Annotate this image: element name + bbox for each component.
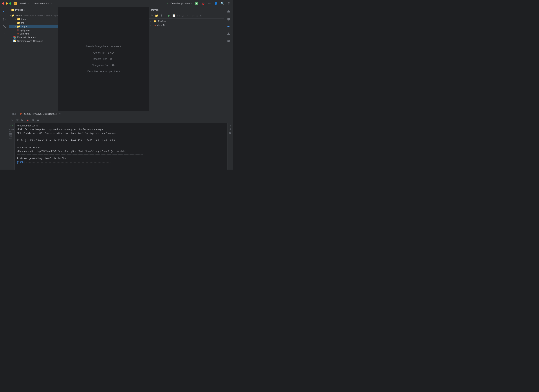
content-area: 📁 Project › ▾ 📁 demo3 ~/Desktop/CS/JavaE… [9,7,233,170]
hint-label-recent: Recent Files [93,57,107,60]
tree-label-external: External Libraries [17,36,36,39]
console-output[interactable]: Recommendations: HEAP: Set max heap for … [15,123,227,170]
maven-letter-icon: m [227,25,230,28]
tree-label-target: target [21,25,27,28]
hint-label-goto: Go to File [93,51,105,54]
folder-icon: 📁 [11,9,14,11]
tree-item-external-libraries[interactable]: › 📚 External Libraries [9,35,58,39]
project-header-label: Project [15,9,23,11]
tree-item-gitignore[interactable]: ⊘ .gitignore [9,28,58,32]
run-resume-btn[interactable]: ▶ [21,118,25,122]
file-tree: ▾ 📁 demo3 ~/Desktop/CS/JavaEE/5 Java Spr… [9,13,58,111]
tree-item-target[interactable]: › 📁 target [9,25,58,28]
main-layout: ··· 📁 Project › ▾ 📁 demo3 ~/Desktop/CS/J… [0,7,233,170]
tree-item-demo3-root[interactable]: ▾ 📁 demo3 ~/Desktop/CS/JavaEE/5 Java Spr… [9,14,58,17]
maven-arrow-demo3: › [150,24,153,26]
tree-arrow-external: › [10,36,13,38]
scratches-icon: 📝 [13,39,16,42]
tab-demo3-run[interactable]: m demo3 [-Pnative,-DskipTests...] ✕ [18,111,63,117]
tree-item-pom[interactable]: m pom.xml [9,32,58,35]
maven-refresh-btn[interactable]: ↻ [150,14,154,18]
maven-settings-btn[interactable]: ⚙ [200,14,203,18]
right-icon-contacts[interactable] [225,30,232,37]
file-tree-panel: 📁 Project › ▾ 📁 demo3 ~/Desktop/CS/JavaE… [9,7,58,111]
run-tab-label: Run [12,113,17,115]
close-button[interactable] [2,2,5,5]
settings-icon[interactable]: ⚙ [228,1,231,5]
tree-label-demo3: demo3 [15,14,22,17]
tab-run-label[interactable]: Run [10,111,18,117]
maven-lifecycle-btn[interactable]: 📋 [172,14,176,18]
run-stop-btn[interactable]: ■ [26,118,30,122]
maven-add-btn[interactable]: + [164,14,167,18]
run-restart-btn[interactable]: ↻ [10,118,14,122]
run-coverage-btn[interactable]: 👁 [31,118,35,122]
run-more1-btn[interactable]: ⬚ [41,118,45,122]
run-button[interactable] [195,2,198,5]
tree-path-demo3: ~/Desktop/CS/JavaEE/5 Java SpringBoot/Co… [24,14,58,17]
maximize-button[interactable] [9,2,11,5]
svg-rect-3 [3,11,6,11]
hint-label-drop: Drop files here to open them [87,70,120,73]
maven-item-demo3[interactable]: › m demo3 [149,23,224,27]
console-line-produced: Produced artifacts: [17,146,225,150]
right-icon-database[interactable] [225,16,232,22]
maven-separator [190,14,190,17]
account-icon[interactable]: 👤 [214,1,218,5]
panel-close-icon[interactable]: — [229,112,231,116]
svg-point-4 [3,18,4,19]
version-control-label[interactable]: Version control [34,2,49,5]
minimize-button[interactable] [6,2,8,5]
console-line-gc: 12.0s (11.9% of total time) in 124 GCs |… [17,139,225,142]
run-dump-btn[interactable]: ⏏ [36,118,40,122]
run-tab-demo3-label: demo3 [-Pnative,-DskipTests...] [24,113,57,115]
maven-skip-btn[interactable]: ⬚ [177,14,180,18]
tree-label-pom: pom.xml [20,32,29,35]
tree-arrow-target: › [14,25,17,28]
console-line-cpu: CPU: Enable more CPU features with '-mar… [17,132,225,135]
debug-button[interactable]: 🐞 [201,2,205,5]
tab-close-icon[interactable]: ✕ [59,113,61,115]
run-rerun-btn[interactable]: ⟳ [15,118,19,122]
console-line-sep1: ----------------------------------------… [17,135,225,139]
panel-more-icon[interactable]: ⋯ [225,112,228,116]
maven-cancel-btn[interactable]: ⊘ [181,14,184,18]
sidebar-icon-project[interactable] [1,9,8,15]
hint-key-goto: ⇧⌘O [107,51,114,54]
sidebar-icon-vcs[interactable] [1,16,8,22]
maven-close-btn[interactable]: ✕ [186,14,189,18]
svg-point-5 [3,20,4,21]
svg-rect-11 [5,27,6,28]
project-name[interactable]: demo3 [19,2,26,5]
project-badge: D [14,2,17,5]
run-options-btn[interactable]: ⋯ [46,118,50,122]
tree-item-src[interactable]: › 📁 src [9,21,58,25]
maven-folder-btn[interactable]: 📁 [154,14,159,18]
console-scroll-top-icon[interactable]: ⬆ [229,124,231,127]
hint-label-search: Search Everywhere [86,45,108,48]
maven-list-btn[interactable]: ≡ [196,14,198,18]
maven-sync-btn[interactable]: ⇄ [192,14,195,18]
tree-item-idea[interactable]: › 📁 .idea [9,17,58,21]
maven-run-btn[interactable]: ▶ [168,14,171,18]
right-icon-notifications[interactable] [225,9,232,15]
library-icon: 📚 [13,36,16,39]
sidebar-icon-more[interactable]: ··· [1,30,8,37]
tree-item-scratches[interactable]: › 📝 Scratches and Consoles [9,39,58,43]
top-section: 📁 Project › ▾ 📁 demo3 ~/Desktop/CS/JavaE… [9,7,233,111]
left-sidebar: ··· [0,7,9,170]
run-duration-label: 1 min, 44 sec, 703 ms [9,128,14,139]
sidebar-icon-structure[interactable] [1,23,8,30]
more-options-button[interactable]: ⋯ [208,2,211,5]
maven-download-btn[interactable]: ⬇ [160,14,163,18]
tree-label-scratches: Scratches and Consoles [17,40,43,42]
maven-item-profiles[interactable]: › 📁 Profiles [149,19,224,23]
tree-label-idea: .idea [21,18,26,21]
vc-chevron-icon: › [51,2,52,5]
console-clear-icon[interactable]: 🗑 [229,131,231,134]
search-icon[interactable]: 🔍 [221,1,225,5]
app-name-label[interactable]: 🛡 Demo3Application › [167,2,192,5]
right-icon-contacts2[interactable] [225,38,232,44]
console-scroll-bottom-icon[interactable]: ⬇ [229,128,231,131]
right-icon-maven[interactable]: m [225,23,232,30]
